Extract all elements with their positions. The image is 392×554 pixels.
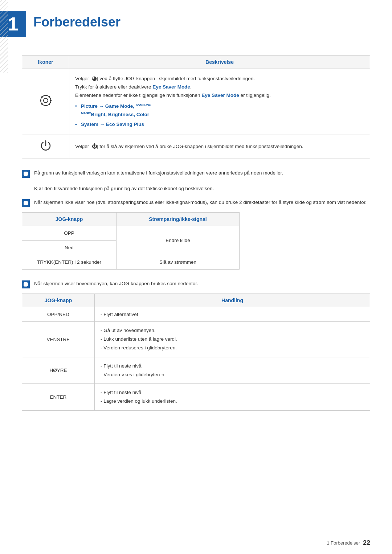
desc-cell-power: Velger [⏻] for å slå av skjermen ved å b… xyxy=(69,135,370,159)
table-row: OPP/NED - Flytt alternativet xyxy=(22,307,370,321)
col-header-icons: Ikoner xyxy=(22,56,69,69)
jog2-cell-hoyre-desc: - Flytt til neste nivå. - Verdien økes i… xyxy=(95,357,370,384)
corner-decoration xyxy=(0,0,8,73)
note-text-2: Når skjermen ikke viser noe (dvs. strøms… xyxy=(34,198,367,206)
page-footer: 1 Forberedelser 22 xyxy=(327,539,370,547)
note-box-2: Når skjermen ikke viser noe (dvs. strøms… xyxy=(22,198,370,207)
jog2-cell-oppned: OPP/NED xyxy=(22,307,95,321)
table-row: OPP Endre kilde xyxy=(22,226,240,240)
icon-cell-eye xyxy=(22,69,69,135)
chapter-title: Forberedelser xyxy=(33,11,121,30)
jog-cell-trykk: TRYKK(ENTER) i 2 sekunder xyxy=(22,255,117,269)
desc-cell-eye: Velger [◕] ved å flytte JOG-knappen i sk… xyxy=(69,69,370,135)
table-row: VENSTRE - Gå ut av hovedmenyen. - Lukk u… xyxy=(22,321,370,357)
note-box-1: På grunn av funksjonell variasjon kan al… xyxy=(22,169,370,193)
power-icon-inline: ⏻ xyxy=(92,143,97,149)
note-text-1: På grunn av funksjonell variasjon kan al… xyxy=(34,169,283,193)
jog-cell-slav: Slå av strømmen xyxy=(117,255,240,269)
chapter-header: 1 Forberedelser xyxy=(0,0,392,44)
feature-list: Picture → Game Mode, SAMSUNGMAGICBright,… xyxy=(75,102,364,129)
jog2-header-2: Handling xyxy=(95,294,370,307)
jog-icon-inline: ◕ xyxy=(92,75,97,81)
svg-point-1 xyxy=(44,98,48,103)
table-row: ENTER - Flytt til neste nivå. - Lagre ve… xyxy=(22,384,370,411)
jog2-header-1: JOG-knapp xyxy=(22,294,95,307)
picture-game-mode: Picture → Game Mode, SAMSUNGMAGICBright,… xyxy=(81,103,151,117)
page-number: 22 xyxy=(363,539,370,547)
note-text-3: Når skjermen viser hovedmenyen, kan JOG-… xyxy=(34,280,198,288)
table-row: Velger [⏻] for å slå av skjermen ved å b… xyxy=(22,135,370,159)
main-content: Ikoner Beskrivelse xyxy=(0,55,392,450)
jog-header-1: JOG-knapp xyxy=(22,212,117,226)
jog-table-2: JOG-knapp Handling OPP/NED - Flytt alter… xyxy=(22,294,370,411)
jog2-cell-enter: ENTER xyxy=(22,384,95,411)
jog-table-1: JOG-knapp Strømparing/ikke-signal OPP En… xyxy=(22,212,240,270)
jog2-cell-venstre: VENSTRE xyxy=(22,321,95,357)
jog-cell-opp: OPP xyxy=(22,226,117,240)
eye-saver-mode-text1: Eye Saver Mode xyxy=(152,84,190,90)
jog-header-2: Strømparing/ikke-signal xyxy=(117,212,240,226)
power-icon xyxy=(40,143,52,154)
note-icon-3 xyxy=(22,280,30,288)
jog2-cell-hoyre: HØYRE xyxy=(22,357,95,384)
footer-chapter-label: 1 Forberedelser xyxy=(327,540,360,546)
table-row: HØYRE - Flytt til neste nivå. - Verdien … xyxy=(22,357,370,384)
jog-cell-endre: Endre kilde xyxy=(117,226,240,255)
jog-cell-ned: Ned xyxy=(22,240,117,255)
icons-table: Ikoner Beskrivelse xyxy=(22,55,370,159)
eye-saver-mode-text2: Eye Saver Mode xyxy=(201,93,239,98)
note-icon-1 xyxy=(22,170,30,178)
jog2-cell-flytt-alt: - Flytt alternativet xyxy=(95,307,370,321)
note-icon-2 xyxy=(22,199,30,207)
note-box-3: Når skjermen viser hovedmenyen, kan JOG-… xyxy=(22,280,370,288)
list-item: Picture → Game Mode, SAMSUNGMAGICBright,… xyxy=(75,102,364,119)
list-item: System → Eco Saving Plus xyxy=(75,120,364,129)
icon-cell-power xyxy=(22,135,69,159)
samsung-magic-label: SAMSUNGMAGIC xyxy=(81,103,151,115)
system-eco-saving: System → Eco Saving Plus xyxy=(81,122,144,127)
col-header-desc: Beskrivelse xyxy=(69,56,370,69)
jog2-cell-enter-desc: - Flytt til neste nivå. - Lagre verdien … xyxy=(95,384,370,411)
jog2-cell-venstre-desc: - Gå ut av hovedmenyen. - Lukk underlist… xyxy=(95,321,370,357)
table-row: Velger [◕] ved å flytte JOG-knappen i sk… xyxy=(22,69,370,135)
table-row: TRYKK(ENTER) i 2 sekunder Slå av strømme… xyxy=(22,255,240,269)
eye-saver-icon xyxy=(38,93,53,110)
